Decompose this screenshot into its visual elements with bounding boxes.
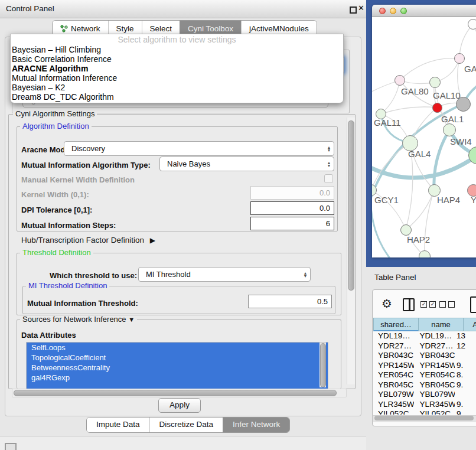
column-header-3[interactable]: A (464, 318, 476, 331)
algorithm-dropdown: Select algorithm to view settings Bayesi… (10, 34, 344, 103)
table-row[interactable]: YBR043CYBR043C (373, 351, 476, 361)
settings-vertical-scrollbar-thumb[interactable] (348, 120, 354, 291)
column-header-2[interactable]: name (419, 318, 464, 331)
table-cell: 12 (455, 341, 476, 351)
kernel-width-field[interactable]: 0.0 (250, 186, 334, 200)
network-node-SWI4[interactable] (443, 123, 456, 136)
table-horizontal-scrollbar-thumb[interactable] (374, 416, 474, 420)
network-node-HAP2[interactable] (400, 224, 412, 236)
column-header-1[interactable]: shared… (373, 318, 419, 331)
hub-definition-toggle[interactable]: Hub/Transcription Factor Definition ▶ (21, 236, 155, 244)
zoom-traffic-light-icon[interactable] (400, 8, 407, 14)
which-threshold-label: Which threshold to use: (50, 271, 137, 280)
table-cell: YBR043C (373, 351, 414, 361)
table-cell: 8. (455, 370, 476, 380)
attribute-list-item[interactable]: SelfLoops (27, 343, 328, 353)
attributes-list-scrollbar-thumb[interactable] (320, 343, 326, 387)
network-view-window: GALGAL80GAL10GAL1GAL11SWI4GAL4GCY1HAP4YH… (372, 5, 476, 257)
node-label-GAL11: GAL11 (374, 118, 401, 128)
network-edge (381, 107, 437, 114)
network-node-GAL80[interactable] (395, 75, 405, 86)
network-node-GAL10[interactable] (429, 77, 441, 88)
tab-impute-data[interactable]: Impute Data (87, 418, 149, 432)
mi-steps-label: Mutual Information Steps: (21, 221, 116, 230)
network-node-top[interactable] (468, 19, 476, 30)
mi-threshold-field[interactable]: 0.5 (248, 295, 332, 308)
network-window-titlebar[interactable] (372, 5, 476, 17)
settings-horizontal-scrollbar[interactable] (12, 389, 347, 397)
table-row[interactable]: YLR345WYLR345W9. (373, 400, 476, 410)
dropdown-item[interactable]: Dream8 DC_TDC Algorithm (11, 92, 343, 102)
dropdown-item[interactable]: ARACNE Algorithm (11, 64, 343, 73)
table-cell: YIL052C (414, 409, 455, 415)
float-window-icon[interactable] (350, 6, 357, 14)
table-row[interactable]: YPR145WYPR145W9. (373, 361, 476, 371)
table-cell: YER054C (414, 370, 455, 380)
table-row[interactable]: YIL052CYIL052C9. (373, 409, 476, 415)
attributes-list-scrollbar[interactable] (319, 343, 326, 387)
settings-vertical-scrollbar[interactable] (347, 118, 355, 384)
combo-arrows-icon: ▲▼ (301, 272, 310, 278)
dropdown-item[interactable]: Bayesian – K2 (11, 83, 343, 92)
sources-title[interactable]: Sources for Network Inference ▼ (20, 315, 137, 324)
screen: Control Panel ✕ ▲▼ galFiltered.sif defau… (0, 0, 476, 450)
table-rows: YDL19…YDL19…13YDR27…YDR27…12YBR043CYBR04… (373, 331, 476, 415)
settings-horizontal-scrollbar-thumb[interactable] (14, 390, 337, 396)
table-row[interactable]: YER054CYER054C8. (373, 370, 476, 380)
algorithm-dropdown-list: Bayesian – Hill ClimbingBasic Correlatio… (11, 45, 343, 102)
table-cell: YPR145W (373, 361, 414, 371)
table-row[interactable]: YBR045CYBR045C9. (373, 380, 476, 390)
close-traffic-light-icon[interactable] (379, 8, 386, 14)
network-icon (60, 25, 68, 32)
network-edge (434, 130, 449, 190)
dropdown-item[interactable]: Basic Correlation Inference (11, 54, 343, 64)
data-attributes-list: SelfLoopsTopologicalCoefficientBetweenne… (26, 342, 328, 389)
mi-algorithm-type-value: Naive Bayes (160, 159, 324, 168)
table-header-row: shared…nameA (373, 318, 476, 331)
mi-algorithm-type-combo[interactable]: Naive Bayes ▲▼ (159, 156, 334, 171)
tab-label: jActiveMNodules (249, 24, 309, 33)
table-cell: YDR27… (373, 341, 414, 351)
aracne-mode-combo[interactable]: Discovery ▲▼ (64, 141, 334, 156)
table-row[interactable]: YDL19…YDL19…13 (373, 331, 476, 341)
close-icon[interactable]: ✕ (358, 4, 364, 12)
mi-threshold-label: Mutual Information Threshold: (27, 299, 138, 308)
table-panel-title: Table Panel (374, 273, 416, 282)
network-node-GAL[interactable] (454, 53, 465, 64)
table-row[interactable]: YBL079WYBL079W (373, 390, 476, 400)
gear-icon[interactable]: ⚙ (382, 296, 392, 311)
manual-kernel-width-checkbox[interactable] (324, 174, 333, 183)
apply-button[interactable]: Apply (158, 398, 201, 413)
tab-discretize-data[interactable]: Discretize Data (149, 418, 223, 432)
restore-panel-icon[interactable] (5, 443, 17, 450)
select-all-checks-icon[interactable]: ✓✓ (420, 301, 436, 308)
table-cell: 13 (455, 331, 476, 341)
network-node-GAL1[interactable] (432, 103, 442, 113)
node-label-GAL10: GAL10 (433, 90, 461, 100)
network-canvas[interactable]: GALGAL80GAL10GAL1GAL11SWI4GAL4GCY1HAP4YH… (372, 17, 476, 257)
node-label-GAL80: GAL80 (401, 86, 429, 96)
table-cell: YER054C (373, 370, 414, 380)
mi-steps-field[interactable]: 6 (250, 217, 334, 230)
dpi-tolerance-field[interactable]: 0.0 (250, 201, 334, 215)
column-layout-icon[interactable] (403, 298, 415, 311)
which-threshold-combo[interactable]: MI Threshold ▲▼ (138, 267, 311, 282)
export-table-icon[interactable] (470, 296, 476, 313)
tab-infer-network[interactable]: Infer Network (223, 418, 289, 432)
table-cell: YDR27… (414, 341, 455, 351)
attribute-list-item[interactable]: TopologicalCoefficient (27, 353, 328, 363)
node-label-SWI4: SWI4 (450, 136, 472, 146)
attribute-list-item[interactable]: gal4RGexp (27, 373, 328, 383)
table-cell: YDL19… (373, 331, 414, 341)
minimize-traffic-light-icon[interactable] (390, 8, 396, 14)
algorithm-definition-title: Algorithm Definition (20, 122, 92, 131)
node-label-GAL1: GAL1 (441, 114, 464, 124)
attribute-list-item[interactable]: BetweennessCentrality (27, 363, 328, 373)
table-cell: 9. (455, 380, 476, 390)
table-cell (455, 351, 476, 361)
dropdown-item[interactable]: Bayesian – Hill Climbing (11, 45, 343, 54)
table-row[interactable]: YDR27…YDR27…12 (373, 341, 476, 351)
dropdown-item[interactable]: Mutual Information Inference (11, 73, 343, 83)
table-cell: 9. (455, 361, 476, 371)
deselect-all-checks-icon[interactable] (439, 301, 455, 308)
